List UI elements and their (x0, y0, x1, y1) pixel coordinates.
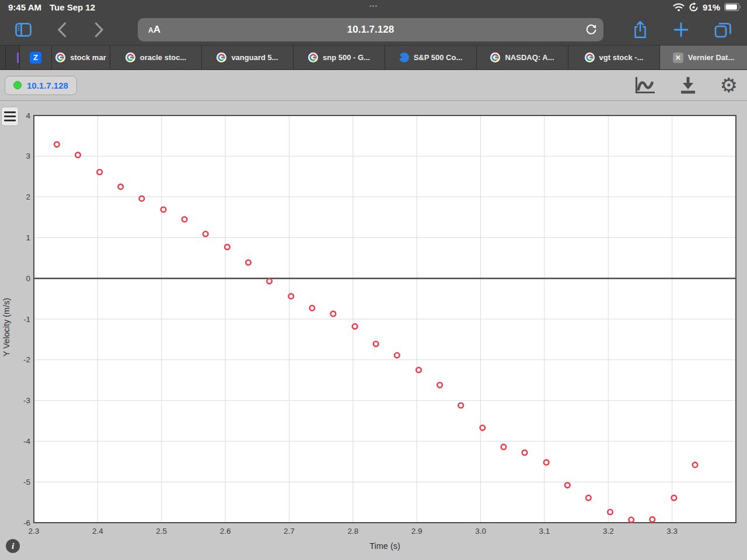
velocity-data-point (458, 403, 463, 408)
x-tick-label: 2.5 (156, 527, 167, 536)
status-bar: 9:45 AM Tue Sep 12 ••• 91% (0, 0, 747, 14)
y-tick-label: 0 (26, 274, 30, 283)
download-icon (678, 75, 698, 95)
tab-label: Vernier Dat... (688, 53, 734, 62)
y-tick-label: 4 (26, 111, 30, 120)
velocity-data-point (203, 232, 208, 237)
velocity-data-point (672, 495, 677, 501)
velocity-data-point (693, 463, 698, 468)
velocity-data-point (182, 217, 187, 222)
export-button[interactable] (678, 74, 698, 97)
sp500-favicon (399, 52, 409, 62)
velocity-data-point (352, 324, 358, 329)
tab-vgt-stock[interactable]: vgt stock -... (568, 46, 660, 69)
velocity-data-point (416, 368, 421, 373)
sidebar-icon (15, 23, 32, 37)
velocity-data-point (586, 495, 591, 501)
x-tick-label: 3.2 (603, 527, 614, 536)
velocity-data-point (54, 142, 60, 147)
velocity-data-point (331, 312, 336, 317)
tab-zillow[interactable]: Z (20, 46, 52, 69)
y-tick-label: -1 (23, 315, 30, 324)
y-tick-label: -5 (23, 478, 30, 487)
velocity-data-point (650, 517, 655, 522)
velocity-time-chart: 2.32.42.52.62.72.82.93.03.13.23.343210-1… (0, 101, 747, 560)
y-tick-label: -2 (23, 355, 30, 364)
tab-vanguard-5[interactable]: vanguard 5... (202, 46, 294, 69)
reload-icon (585, 23, 598, 36)
tab-stock-mar[interactable]: stock mar (52, 46, 110, 69)
chart-region: 2.32.42.52.62.72.82.93.03.13.23.343210-1… (0, 101, 747, 560)
y-tick-label: 3 (26, 152, 30, 160)
graph-icon (634, 76, 656, 95)
x-tick-label: 3.1 (539, 527, 550, 536)
share-button[interactable] (633, 20, 648, 39)
google-favicon (585, 52, 595, 62)
tab-snp-500-g[interactable]: snp 500 - G... (294, 46, 385, 69)
tab-label: vanguard 5... (231, 53, 278, 62)
velocity-data-point (75, 152, 81, 158)
google-favicon (308, 52, 318, 62)
velocity-data-point (480, 425, 486, 430)
app-toolbar: 10.1.7.128 ⚙ (0, 70, 747, 101)
reload-button[interactable] (582, 21, 600, 38)
tab-label: snp 500 - G... (323, 53, 370, 62)
velocity-data-point (565, 482, 570, 488)
tab-label: oracle stoc... (140, 53, 186, 62)
y-tick-label: -3 (23, 396, 30, 405)
y-axis-title: Y Velocity (m/s) (2, 298, 11, 356)
tab-oracle-stoc[interactable]: oracle stoc... (110, 46, 202, 69)
y-tick-label: 2 (26, 192, 30, 201)
tab-vernier-dat[interactable]: ✕Vernier Dat... (660, 46, 747, 69)
info-icon: i (12, 541, 14, 551)
share-icon (633, 20, 648, 39)
connection-button[interactable]: 10.1.7.128 (5, 76, 77, 95)
hamburger-icon (4, 111, 16, 114)
velocity-data-point (118, 184, 123, 190)
connection-address: 10.1.7.128 (27, 80, 68, 90)
tab-s-p-500-co[interactable]: S&P 500 Co... (385, 46, 477, 69)
info-button[interactable]: i (6, 539, 20, 553)
new-tab-button[interactable] (673, 22, 689, 37)
connection-status-dot (13, 81, 22, 89)
velocity-data-point (267, 279, 272, 284)
url-text: 10.1.7.128 (138, 24, 603, 36)
clipped-tab[interactable] (0, 46, 6, 69)
google-favicon (490, 52, 500, 62)
velocity-data-point (437, 383, 442, 388)
graph-options-button[interactable] (634, 74, 656, 97)
x-tick-label: 3.3 (666, 527, 678, 536)
velocity-data-point (288, 294, 294, 299)
x-tick-label: 2.8 (347, 527, 358, 536)
velocity-data-point (608, 510, 613, 515)
velocity-data-point (629, 517, 634, 523)
tab-label: vgt stock -... (599, 53, 644, 62)
tab-nasdaq-a[interactable]: NASDAQ: A... (477, 46, 568, 69)
x-tick-label: 3.0 (475, 527, 486, 536)
y-tick-label: 1 (26, 233, 30, 242)
velocity-data-point (246, 260, 251, 265)
tab-label: stock mar (70, 53, 106, 62)
velocity-data-point (374, 341, 379, 346)
settings-button[interactable]: ⚙ (720, 74, 738, 97)
back-button[interactable] (57, 22, 67, 37)
close-tab-icon[interactable]: ✕ (673, 52, 683, 63)
gear-icon: ⚙ (720, 75, 738, 95)
tab-label: S&P 500 Co... (414, 53, 463, 62)
velocity-data-point (310, 306, 315, 311)
multitasking-handle[interactable]: ••• (0, 2, 747, 9)
address-bar[interactable]: AA 10.1.7.128 (138, 18, 603, 41)
clipped-tab[interactable] (6, 46, 20, 69)
forward-button[interactable] (95, 22, 104, 37)
plus-icon (673, 22, 689, 37)
tab-bar: Zstock maroracle stoc...vanguard 5...snp… (0, 46, 747, 70)
sidebar-toggle-button[interactable] (15, 23, 32, 37)
chart-menu-button[interactable] (1, 107, 19, 126)
velocity-data-point (522, 450, 528, 456)
x-tick-label: 2.6 (220, 527, 231, 536)
x-tick-label: 2.9 (411, 527, 423, 536)
x-tick-label: 2.3 (29, 527, 40, 536)
zillow-favicon: Z (30, 52, 41, 64)
velocity-data-point (395, 353, 400, 358)
tab-overview-button[interactable] (714, 22, 732, 38)
